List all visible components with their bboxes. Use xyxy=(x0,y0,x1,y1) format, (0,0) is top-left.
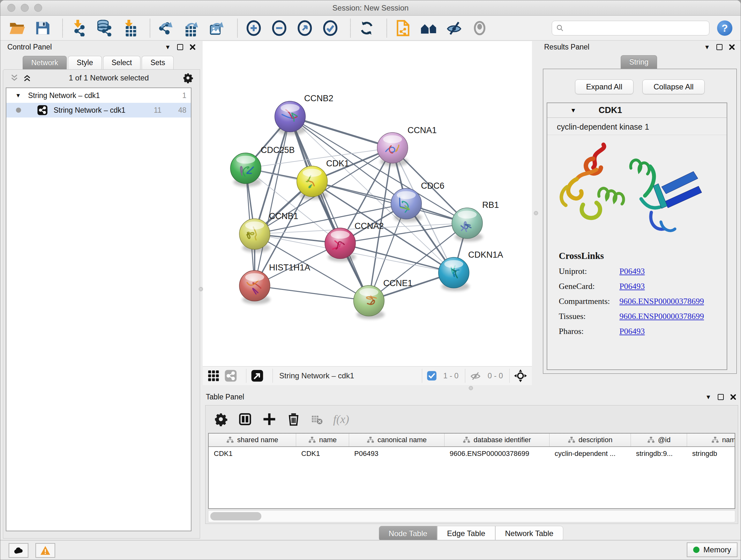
hidden-eye-icon[interactable] xyxy=(470,370,481,381)
hide-items-button[interactable] xyxy=(446,20,462,37)
tab-style[interactable]: Style xyxy=(68,56,102,69)
tab-sets[interactable]: Sets xyxy=(142,56,174,69)
close-panel-icon[interactable] xyxy=(729,44,735,50)
birdseye-navigator-icon[interactable] xyxy=(514,369,527,382)
crosslink-link[interactable]: 9606.ENSP00000378699 xyxy=(619,297,704,306)
network-view-icon[interactable] xyxy=(224,369,237,382)
separator xyxy=(246,369,246,383)
table-cell[interactable]: CDK1 xyxy=(209,447,296,461)
float-panel-icon[interactable] xyxy=(177,44,183,50)
app-window: Session: New Session ? xyxy=(0,0,741,560)
tab-network[interactable]: Network xyxy=(23,56,67,69)
tree-expander-icon[interactable]: ▼ xyxy=(15,92,22,99)
cloud-icon xyxy=(13,546,24,555)
close-panel-icon[interactable] xyxy=(190,44,196,50)
panel-menu-icon[interactable]: ▼ xyxy=(704,44,710,50)
network-collection-row[interactable]: ▼ String Network – cdk1 1 xyxy=(6,88,191,103)
table-cell[interactable]: cyclin-dependent ... xyxy=(549,447,631,461)
gene-description: cyclin-dependent kinase 1 xyxy=(547,118,727,135)
crosslink-link[interactable]: P06493 xyxy=(619,266,645,276)
delete-table-icon[interactable] xyxy=(311,413,323,425)
memory-button[interactable]: Memory xyxy=(687,543,738,557)
results-panel-header: Results Panel ▼ xyxy=(540,41,739,53)
column-header-@id[interactable]: @id xyxy=(631,434,687,446)
crosslink-link[interactable]: P06493 xyxy=(619,327,645,336)
expand-all-icon[interactable] xyxy=(22,74,32,82)
column-header-canonical-name[interactable]: canonical name xyxy=(349,434,445,446)
panel-menu-icon[interactable]: ▼ xyxy=(165,44,171,50)
import-network-database-button[interactable] xyxy=(96,20,113,37)
tab-node-table[interactable]: Node Table xyxy=(379,526,437,541)
grid-view-icon[interactable] xyxy=(207,369,220,382)
add-column-icon[interactable] xyxy=(262,412,276,426)
show-items-button[interactable] xyxy=(471,20,488,37)
collapse-all-button[interactable]: Collapse All xyxy=(643,79,704,94)
tab-string[interactable]: String xyxy=(621,55,657,69)
tab-network-table[interactable]: Network Table xyxy=(495,526,563,541)
export-network-button[interactable] xyxy=(158,20,175,37)
warning-button[interactable] xyxy=(36,543,55,558)
detach-view-icon[interactable] xyxy=(251,369,264,382)
column-header-name[interactable]: name xyxy=(296,434,349,446)
table-cell[interactable]: P06493 xyxy=(349,447,445,461)
bottom-divider-handle[interactable] xyxy=(469,386,473,390)
network-canvas[interactable]: CCNB2CCNA1CDC25BCDK1CDC6RB1CCNB1CCNA2CDK… xyxy=(203,41,532,366)
panel-menu-icon[interactable]: ▼ xyxy=(705,394,711,400)
table-panel-header: Table Panel ▼ xyxy=(203,390,739,403)
delete-column-icon[interactable] xyxy=(286,412,300,426)
close-panel-icon[interactable] xyxy=(730,394,736,400)
selected-checkbox-icon[interactable] xyxy=(427,371,437,381)
zoom-selected-button[interactable] xyxy=(322,20,339,37)
table-cell[interactable]: stringdb xyxy=(687,447,735,461)
table-cell[interactable]: CDK1 xyxy=(296,447,349,461)
network-view-title: String Network – cdk1 xyxy=(279,371,354,380)
column-header-database-identifier[interactable]: database identifier xyxy=(445,434,549,446)
function-builder-icon[interactable]: f(x) xyxy=(333,413,349,426)
table-row[interactable]: CDK1CDK1P064939606.ENSP00000378699cyclin… xyxy=(209,447,735,461)
show-columns-icon[interactable] xyxy=(238,412,252,426)
import-network-file-button[interactable] xyxy=(71,20,87,37)
help-button[interactable]: ? xyxy=(717,20,732,36)
node-section-header[interactable]: ▼ CDK1 xyxy=(547,103,727,118)
network-graph[interactable]: CCNB2CCNA1CDC25BCDK1CDC6RB1CCNB1CCNA2CDK… xyxy=(203,41,532,366)
float-panel-icon[interactable] xyxy=(717,44,723,50)
cloud-button[interactable] xyxy=(9,543,28,558)
network-row[interactable]: String Network – cdk1 11 48 xyxy=(6,103,191,118)
export-image-button[interactable] xyxy=(209,20,226,37)
crosslink-link[interactable]: P06493 xyxy=(619,282,645,291)
scrollbar-thumb[interactable] xyxy=(210,512,261,520)
crosslinks-title: CrossLinks xyxy=(559,251,727,261)
column-header-description[interactable]: description xyxy=(549,434,631,446)
warning-icon xyxy=(40,546,51,555)
export-table-button[interactable] xyxy=(184,20,200,37)
zoom-in-button[interactable] xyxy=(246,20,262,37)
section-expander-icon[interactable]: ▼ xyxy=(570,107,576,114)
expand-all-button[interactable]: Expand All xyxy=(575,79,633,94)
crosslink-link[interactable]: 9606.ENSP00000378699 xyxy=(619,312,704,321)
save-session-button[interactable] xyxy=(34,20,51,37)
table-cell[interactable]: stringdb:9... xyxy=(631,447,687,461)
column-header-namespace[interactable]: namespace xyxy=(687,434,735,446)
node-label-CCNB1: CCNB1 xyxy=(269,211,298,221)
float-panel-icon[interactable] xyxy=(718,394,724,400)
node-label-HIST1H1A: HIST1H1A xyxy=(269,263,310,272)
table-horizontal-scrollbar[interactable] xyxy=(208,510,735,522)
collapse-all-icon[interactable] xyxy=(10,74,19,82)
table-gear-icon[interactable] xyxy=(214,412,228,426)
zoom-out-button[interactable] xyxy=(271,20,287,37)
search-input[interactable] xyxy=(567,24,705,32)
column-header-shared-name[interactable]: shared name xyxy=(209,434,296,446)
document-network-button[interactable] xyxy=(395,20,411,37)
network-tree-header: 1 of 1 Network selected xyxy=(3,70,200,86)
tab-select[interactable]: Select xyxy=(103,56,141,69)
open-session-button[interactable] xyxy=(9,20,25,37)
zoom-fit-button[interactable] xyxy=(296,20,313,37)
tab-edge-table[interactable]: Edge Table xyxy=(437,526,495,541)
gear-icon[interactable] xyxy=(183,72,193,83)
houses-button[interactable] xyxy=(420,20,437,37)
import-table-button[interactable] xyxy=(122,20,138,37)
left-divider-handle[interactable] xyxy=(199,287,203,291)
table-cell[interactable]: 9606.ENSP00000378699 xyxy=(445,447,549,461)
right-divider-handle[interactable] xyxy=(534,211,538,215)
apply-layout-button[interactable] xyxy=(358,20,375,37)
